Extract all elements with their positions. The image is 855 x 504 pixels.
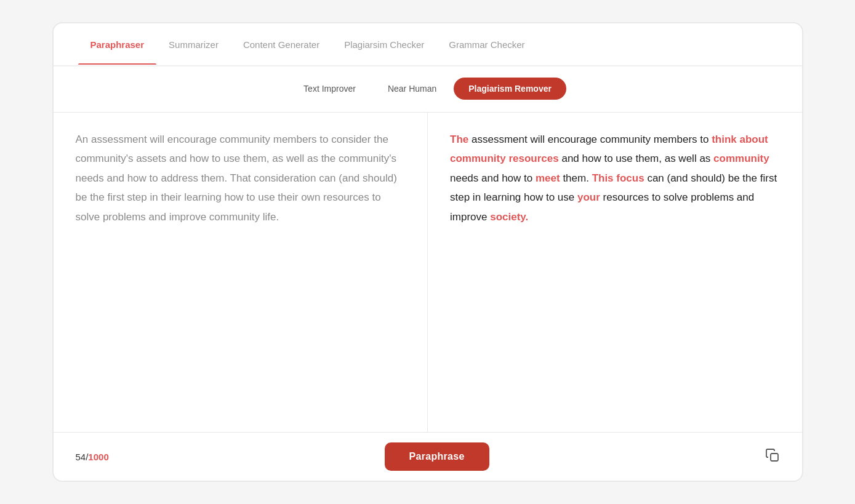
input-text: An assessment will encourage community m… — [76, 130, 406, 226]
nav-item-grammar-checker[interactable]: Grammar Checker — [436, 26, 537, 63]
copy-button[interactable] — [765, 448, 780, 466]
output-text: The assessment will encourage community … — [450, 130, 780, 226]
word-limit: 1000 — [88, 452, 108, 462]
nav-item-content-generater[interactable]: Content Generater — [231, 26, 332, 63]
output-segment-10: your — [577, 191, 600, 203]
output-segment-5: needs and how to — [450, 172, 536, 184]
right-panel: The assessment will encourage community … — [428, 113, 802, 432]
output-segment-12: society. — [490, 211, 528, 223]
tab-plagiarism-remover[interactable]: Plagiarism Remover — [454, 78, 566, 100]
nav-item-paraphraser[interactable]: Paraphraser — [78, 26, 157, 63]
output-segment-0: The — [450, 134, 468, 145]
word-count-display: 54/1000 — [76, 452, 109, 462]
output-segment-4: community — [713, 153, 769, 164]
output-segment-6: meet — [536, 172, 560, 184]
nav-bar: Paraphraser Summarizer Content Generater… — [54, 23, 802, 66]
current-word-count: 54 — [76, 452, 86, 462]
output-segment-1: assessment will encourage community memb… — [472, 134, 712, 145]
svg-rect-0 — [771, 454, 778, 461]
nav-item-summarizer[interactable]: Summarizer — [156, 26, 231, 63]
tab-text-improver[interactable]: Text Improver — [289, 78, 371, 100]
tab-near-human[interactable]: Near Human — [373, 78, 451, 100]
output-segment-8: This focus — [592, 172, 644, 184]
main-container: Paraphraser Summarizer Content Generater… — [52, 22, 803, 482]
output-segment-3: and how to use them, as well as — [561, 153, 713, 164]
paraphrase-button[interactable]: Paraphrase — [385, 442, 489, 471]
left-panel: An assessment will encourage community m… — [54, 113, 428, 432]
output-segment-7: them. — [563, 172, 592, 184]
mode-tabs-container: Text Improver Near Human Plagiarism Remo… — [54, 66, 802, 112]
footer-bar: 54/1000 Paraphrase — [54, 432, 802, 481]
content-area: An assessment will encourage community m… — [54, 112, 802, 432]
nav-item-plagiarism-checker[interactable]: Plagiarsim Checker — [332, 26, 436, 63]
